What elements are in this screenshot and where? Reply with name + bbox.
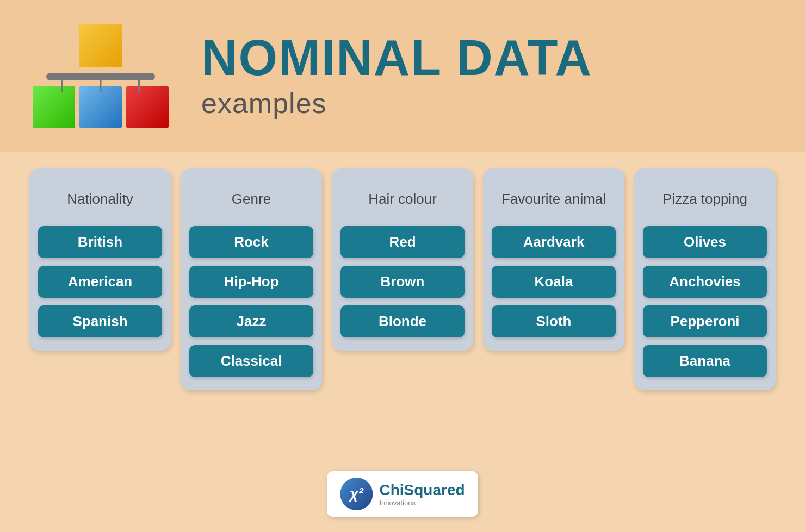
- item-badge-pepperoni: Pepperoni: [643, 305, 767, 337]
- category-col-favourite_animal: Favourite animalAardvarkKoalaSloth: [483, 168, 624, 351]
- item-badge-sloth: Sloth: [492, 305, 616, 337]
- red-square-icon: [126, 86, 169, 128]
- item-badge-olives: Olives: [643, 226, 767, 258]
- item-badge-classical: Classical: [189, 345, 313, 377]
- item-badge-blonde: Blonde: [340, 305, 465, 337]
- logo-brand: ChiSquared: [379, 481, 465, 498]
- category-col-nationality: NationalityBritishAmericanSpanish: [29, 168, 171, 351]
- item-badge-anchovies: Anchovies: [643, 266, 767, 298]
- header: NOMINAL DATA examples: [0, 0, 805, 152]
- item-badge-hip-hop: Hip-Hop: [189, 266, 313, 298]
- top-square-icon: [79, 24, 122, 67]
- item-badge-jazz: Jazz: [189, 305, 313, 337]
- main-title: NOMINAL DATA: [201, 33, 772, 83]
- chi-icon: χ²: [340, 478, 373, 510]
- item-badge-rock: Rock: [189, 226, 313, 258]
- content-area: NationalityBritishAmericanSpanishGenreRo…: [0, 152, 805, 406]
- logo-area: χ² ChiSquared Innovations: [327, 471, 478, 517]
- green-square-icon: [33, 86, 75, 128]
- item-badge-banana: Banana: [643, 345, 767, 377]
- category-title-genre: Genre: [232, 181, 271, 216]
- item-badge-aardvark: Aardvark: [492, 226, 616, 258]
- category-title-hair_colour: Hair colour: [368, 181, 437, 216]
- hierarchy-icon: [33, 24, 169, 128]
- page-wrapper: NOMINAL DATA examples NationalityBritish…: [0, 0, 805, 532]
- title-area: NOMINAL DATA examples: [201, 33, 772, 120]
- logo-text-area: ChiSquared Innovations: [379, 481, 465, 507]
- item-badge-spanish: Spanish: [38, 305, 162, 337]
- item-badge-red: Red: [340, 226, 465, 258]
- item-badge-american: American: [38, 266, 162, 298]
- item-badge-british: British: [38, 226, 162, 258]
- category-col-pizza_topping: Pizza toppingOlivesAnchoviesPepperoniBan…: [634, 168, 776, 390]
- sub-title: examples: [201, 87, 772, 120]
- category-title-pizza_topping: Pizza topping: [662, 181, 747, 216]
- item-badge-brown: Brown: [340, 266, 465, 298]
- logo-sub: Innovations: [379, 499, 465, 507]
- item-badge-koala: Koala: [492, 266, 616, 298]
- category-title-favourite_animal: Favourite animal: [501, 181, 606, 216]
- category-title-nationality: Nationality: [67, 181, 133, 216]
- category-col-hair_colour: Hair colourRedBrownBlonde: [332, 168, 473, 351]
- category-col-genre: GenreRockHip-HopJazzClassical: [181, 168, 322, 390]
